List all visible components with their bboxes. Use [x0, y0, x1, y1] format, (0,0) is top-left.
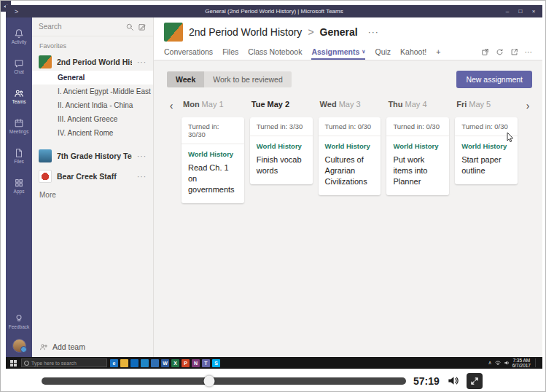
tab-files[interactable]: Files: [222, 47, 238, 60]
compose-icon[interactable]: [138, 23, 147, 31]
assignments-toolbar: Week Work to be reviewed New assignment: [167, 71, 532, 88]
team-more-icon[interactable]: ···: [137, 58, 147, 66]
volume-icon[interactable]: [447, 375, 459, 387]
channel-header: 2nd Period World History > General ···: [154, 17, 542, 44]
tab-class-notebook[interactable]: Class Notebook: [248, 47, 302, 60]
class-name-link[interactable]: World History: [461, 142, 511, 150]
card-body: World History Cultures of Agrarian Civil…: [319, 136, 381, 195]
rail-item-chat[interactable]: Chat: [6, 51, 32, 81]
user-avatar[interactable]: [12, 339, 26, 353]
class-name-link[interactable]: World History: [393, 142, 442, 150]
taskbar-app-file-explorer[interactable]: [120, 359, 128, 367]
card-body: World History Start paper outline: [455, 136, 518, 184]
assignment-card[interactable]: Turned in: 0/30 World History Cultures o…: [319, 117, 381, 195]
video-player-controls: 57:19: [1, 369, 546, 392]
rail-item-feedback[interactable]: Feedback: [6, 306, 32, 336]
clock[interactable]: 7:35 AM 6/7/2017: [512, 358, 531, 369]
team-name: 2nd Period World History: [57, 58, 132, 66]
add-team-button[interactable]: Add team: [32, 337, 153, 357]
playback-time: 57:19: [413, 375, 440, 387]
day-header: FriMay 5: [456, 100, 518, 109]
popout-icon[interactable]: [481, 48, 489, 56]
wifi-icon[interactable]: [495, 360, 501, 366]
team-more-icon[interactable]: ···: [137, 173, 147, 181]
previous-week-icon[interactable]: ‹: [167, 100, 176, 111]
channel-ancient-greece[interactable]: III. Ancient Greece: [32, 112, 153, 126]
taskbar-app-powerpoint[interactable]: P: [182, 359, 190, 367]
tab-label: Class Notebook: [248, 47, 302, 56]
taskbar-app-word[interactable]: W: [161, 359, 169, 367]
new-assignment-button[interactable]: New assignment: [456, 71, 532, 88]
tray-volume-icon[interactable]: [504, 360, 510, 366]
close-button[interactable]: ×: [528, 6, 539, 17]
taskbar-app-skype[interactable]: S: [212, 359, 220, 367]
rail-item-apps[interactable]: Apps: [6, 170, 32, 200]
class-name-link[interactable]: World History: [188, 150, 238, 158]
fullscreen-button[interactable]: [467, 373, 483, 389]
channel-general[interactable]: General: [32, 71, 153, 85]
channel-ancient-rome[interactable]: IV. Ancient Rome: [32, 126, 153, 140]
tab-quiz[interactable]: Quiz: [375, 47, 391, 60]
taskbar-app-mail[interactable]: [151, 359, 159, 367]
rail-item-meetings[interactable]: Meetings: [6, 111, 32, 141]
week-button[interactable]: Week: [167, 71, 204, 87]
start-button[interactable]: [8, 358, 18, 368]
channel-ancient-egypt[interactable]: I. Ancient Egypt -Middle East: [32, 85, 153, 98]
taskbar-app-photos[interactable]: [141, 359, 149, 367]
sidebar-team-world-history[interactable]: 2nd Period World History ···: [32, 53, 153, 71]
sidebar-team-teachers[interactable]: 7th Grade History Teachers ···: [32, 147, 153, 165]
tab-assignments[interactable]: Assignments∨: [311, 47, 365, 60]
chevron-down-icon: ∨: [362, 49, 365, 55]
chat-icon: [14, 58, 24, 68]
class-name-link[interactable]: World History: [325, 142, 375, 150]
assignment-title: Finish vocab words: [257, 154, 306, 176]
header-team-name: 2nd Period World History: [189, 26, 302, 38]
main-panel: 2nd Period World History > General ··· C…: [154, 17, 542, 357]
seek-bar[interactable]: [42, 377, 406, 385]
search-icon[interactable]: [125, 23, 134, 31]
assignment-card[interactable]: Turned in: 0/30 World History Start pape…: [455, 117, 518, 184]
card-body: World History Finish vocab words: [250, 136, 313, 184]
maximize-button[interactable]: □: [515, 6, 526, 17]
sidebar-team-bear-creek[interactable]: Bear Creek Staff ···: [32, 168, 153, 185]
day-header: ThuMay 4: [388, 100, 449, 109]
taskbar-app-edge[interactable]: e: [110, 359, 118, 367]
tray-expand-icon[interactable]: ∧: [488, 360, 492, 366]
player-thumb[interactable]: [204, 375, 215, 386]
forward-icon[interactable]: >: [15, 8, 18, 15]
assignment-card[interactable]: Turned in: 0/30 World History Put work i…: [386, 117, 449, 195]
work-to-be-reviewed-button[interactable]: Work to be reviewed: [204, 71, 292, 87]
action-center-icon[interactable]: [535, 358, 540, 367]
class-name-link[interactable]: World History: [257, 142, 306, 150]
assignment-card[interactable]: Turned in: 30/30 World History Read Ch. …: [182, 117, 244, 203]
week-grid: ‹ MonMay 1 Turned in: 30/30 World Histor…: [167, 100, 532, 203]
assignment-card[interactable]: Turned in: 3/30 World History Finish voc…: [250, 117, 313, 184]
more-teams-link[interactable]: More: [32, 185, 153, 199]
rail-item-files[interactable]: Files: [6, 141, 32, 170]
day-date: May 4: [405, 100, 427, 109]
tab-kahoot[interactable]: Kahoot!: [400, 47, 426, 60]
tab-conversations[interactable]: Conversations: [164, 47, 213, 60]
taskbar-app-teams[interactable]: T: [202, 359, 210, 367]
tab-label: Kahoot!: [400, 47, 426, 56]
channel-ancient-india[interactable]: II. Ancient India - China: [32, 98, 153, 112]
refresh-icon[interactable]: [496, 48, 504, 56]
view-segmented-control: Week Work to be reviewed: [167, 71, 292, 87]
minimize-button[interactable]: –: [502, 6, 513, 17]
taskbar-search-box[interactable]: Type here to search: [21, 358, 107, 367]
header-more-icon[interactable]: ···: [368, 27, 379, 37]
more-options-icon[interactable]: ···: [525, 47, 533, 56]
rail-item-teams[interactable]: Teams: [6, 81, 32, 111]
taskbar-app-onenote[interactable]: N: [192, 359, 200, 367]
open-in-new-icon[interactable]: [510, 48, 518, 56]
taskbar-app-store[interactable]: [130, 359, 139, 367]
search-input[interactable]: Search: [39, 23, 122, 31]
rail-item-label: Chat: [14, 69, 24, 74]
next-week-icon[interactable]: ›: [523, 100, 532, 111]
add-tab-button[interactable]: +: [436, 47, 440, 60]
rail-item-label: Feedback: [9, 324, 30, 329]
search-bar[interactable]: Search: [32, 17, 153, 36]
rail-item-activity[interactable]: Activity: [6, 21, 32, 51]
team-more-icon[interactable]: ···: [137, 152, 147, 160]
taskbar-app-excel[interactable]: X: [171, 359, 179, 367]
